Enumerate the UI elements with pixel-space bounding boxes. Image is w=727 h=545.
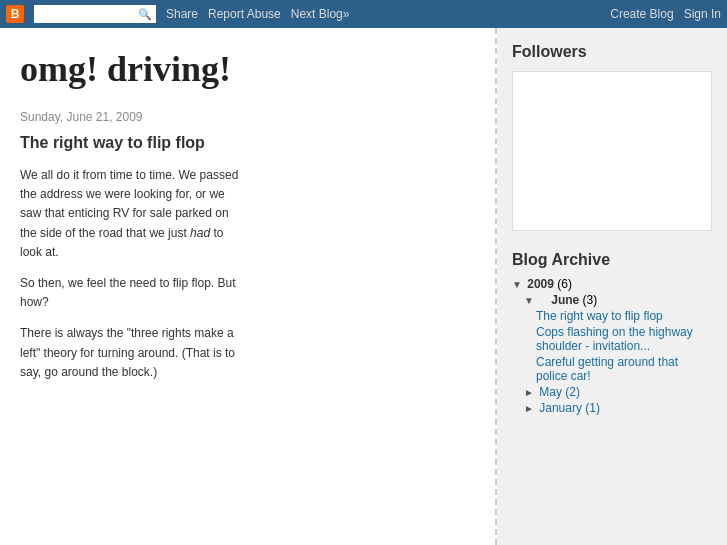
archive-month-june-count: (3) — [583, 293, 598, 307]
search-input[interactable] — [38, 8, 138, 20]
archive-post-link-2[interactable]: Cops flashing on the highway shoulder - … — [536, 325, 693, 353]
create-blog-link[interactable]: Create Blog — [610, 7, 673, 21]
archive-month-item-january: ► January (1) — [512, 401, 712, 415]
report-abuse-link[interactable]: Report Abuse — [208, 7, 281, 21]
sidebar: Followers Blog Archive ▼ 2009 (6) ▼ June… — [497, 28, 727, 545]
archive-post-careful: Careful getting around that police car! — [536, 355, 712, 383]
post-paragraph-3: There is always the "three rights make a… — [20, 324, 240, 382]
archive-post-flip-flop: The right way to flip flop — [536, 309, 712, 323]
archive-post-link-1[interactable]: The right way to flip flop — [536, 309, 663, 323]
archive-month-january-link[interactable]: January (1) — [539, 401, 600, 415]
archive-post-link-3[interactable]: Careful getting around that police car! — [536, 355, 678, 383]
month-toggle-icon-may[interactable]: ► — [524, 387, 534, 398]
post-body: We all do it from time to time. We passe… — [20, 166, 465, 382]
next-blog-link[interactable]: Next Blog» — [291, 7, 350, 21]
archive-month-may-link[interactable]: May (2) — [539, 385, 580, 399]
archive-post-cops: Cops flashing on the highway shoulder - … — [536, 325, 712, 353]
post-paragraph-2: So then, we feel the need to flip flop. … — [20, 274, 240, 312]
share-link[interactable]: Share — [166, 7, 198, 21]
blogger-logo: B — [6, 5, 24, 23]
archive-list: ▼ 2009 (6) ▼ June (3) The right way to f… — [512, 277, 712, 415]
navbar: B 🔍 Share Report Abuse Next Blog» Create… — [0, 0, 727, 28]
post-title: The right way to flip flop — [20, 134, 465, 152]
archive-year: 2009 — [527, 277, 554, 291]
archive-month-item-may: ► May (2) — [512, 385, 712, 399]
archive-month-january: January (1) — [539, 401, 600, 415]
nav-links: Share Report Abuse Next Blog» — [166, 7, 349, 21]
archive-month-may: May (2) — [539, 385, 580, 399]
archive-year-count: (6) — [557, 277, 572, 291]
content-area: omg! driving! Sunday, June 21, 2009 The … — [0, 28, 497, 545]
followers-title: Followers — [512, 43, 712, 61]
search-button[interactable]: 🔍 — [138, 8, 152, 21]
search-box: 🔍 — [34, 5, 156, 23]
archive-month-item-june: ▼ June (3) — [512, 293, 712, 307]
blog-title: omg! driving! — [20, 48, 465, 90]
month-toggle-icon-june[interactable]: ▼ — [524, 295, 534, 306]
post-date: Sunday, June 21, 2009 — [20, 110, 465, 124]
post-paragraph-1: We all do it from time to time. We passe… — [20, 166, 240, 262]
right-links: Create Blog Sign In — [610, 7, 721, 21]
blog-archive-title: Blog Archive — [512, 251, 712, 269]
archive-year-item: ▼ 2009 (6) — [512, 277, 712, 291]
followers-box — [512, 71, 712, 231]
main-wrapper: omg! driving! Sunday, June 21, 2009 The … — [0, 28, 727, 545]
sign-in-link[interactable]: Sign In — [684, 7, 721, 21]
archive-month-june: June — [551, 293, 579, 307]
month-toggle-icon-january[interactable]: ► — [524, 403, 534, 414]
year-toggle-icon[interactable]: ▼ — [512, 279, 522, 290]
